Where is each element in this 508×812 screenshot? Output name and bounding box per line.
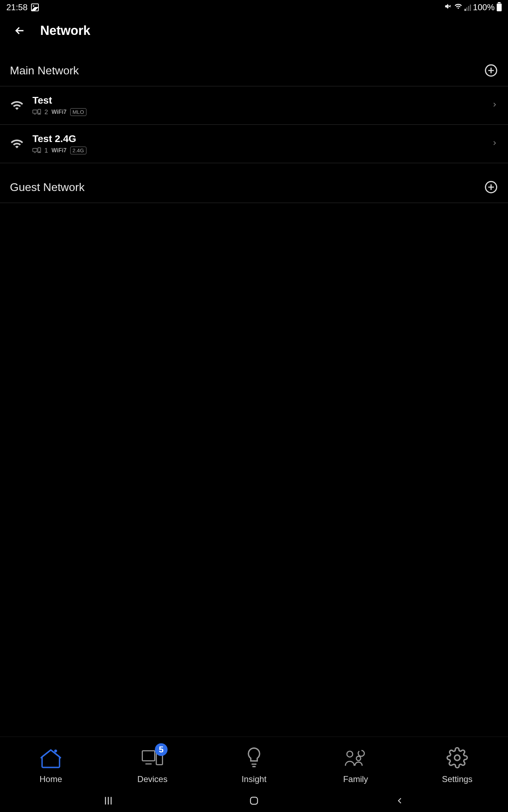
wifi-status-icon <box>454 2 462 12</box>
devices-badge: 5 <box>155 743 168 756</box>
nav-settings[interactable]: Settings <box>427 746 487 784</box>
svg-point-12 <box>356 756 361 760</box>
recents-button[interactable] <box>87 795 129 806</box>
page-title: Network <box>40 23 90 38</box>
svg-point-8 <box>55 750 56 751</box>
wifi-icon <box>10 137 24 150</box>
mute-icon <box>444 2 452 12</box>
system-nav-bar <box>0 789 508 812</box>
home-button[interactable] <box>233 795 275 806</box>
status-time: 21:58 <box>6 2 28 12</box>
band-badge: MLO <box>70 108 87 116</box>
guest-network-title: Guest Network <box>10 181 85 194</box>
device-count-icon <box>32 147 41 154</box>
device-count: 1 <box>44 147 48 154</box>
svg-point-3 <box>39 113 40 114</box>
guest-network-section-header: Guest Network <box>0 163 508 203</box>
nav-home[interactable]: Home <box>21 746 81 784</box>
wifi-icon <box>10 99 24 112</box>
network-info: Test 2.4G 1 WiFi7 2.4G <box>32 133 483 154</box>
svg-rect-14 <box>250 797 258 804</box>
app-header: Network <box>0 15 508 47</box>
network-name: Test 2.4G <box>32 133 483 144</box>
network-info: Test 2 WiFi7 MLO <box>32 95 483 116</box>
back-system-button[interactable] <box>379 796 421 806</box>
network-item-test-24g[interactable]: Test 2.4G 1 WiFi7 2.4G <box>0 125 508 163</box>
nav-family[interactable]: Family <box>326 746 386 784</box>
svg-rect-9 <box>142 751 155 761</box>
bottom-nav: Home 5 Devices Insight Family Settings <box>0 737 508 789</box>
device-count: 2 <box>44 109 48 116</box>
nav-devices-label: Devices <box>137 774 167 784</box>
wifi-version: WiFi7 <box>52 147 67 154</box>
lightbulb-icon <box>242 746 266 769</box>
main-network-section-header: Main Network <box>0 47 508 86</box>
svg-point-13 <box>454 755 460 761</box>
chevron-right-icon <box>491 101 498 110</box>
nav-devices[interactable]: 5 Devices <box>122 746 182 784</box>
battery-icon <box>497 4 502 11</box>
svg-point-11 <box>347 751 353 757</box>
network-meta: 1 WiFi7 2.4G <box>32 147 483 154</box>
status-left: 21:58 <box>6 2 39 12</box>
band-badge: 2.4G <box>70 147 87 154</box>
back-button[interactable] <box>13 24 27 38</box>
add-guest-network-button[interactable] <box>484 180 498 194</box>
family-icon <box>344 746 367 769</box>
nav-insight-label: Insight <box>242 774 267 784</box>
gear-icon <box>446 746 469 769</box>
battery-percent: 100% <box>473 2 495 12</box>
nav-settings-label: Settings <box>442 774 473 784</box>
svg-rect-4 <box>33 148 37 152</box>
status-right: 100% <box>444 2 502 12</box>
network-name: Test <box>32 95 483 106</box>
svg-point-6 <box>39 152 40 152</box>
image-notification-icon <box>31 4 39 11</box>
cellular-signal-icon <box>465 4 471 11</box>
nav-insight[interactable]: Insight <box>224 746 284 784</box>
wifi-version: WiFi7 <box>52 109 67 115</box>
devices-icon: 5 <box>141 746 164 769</box>
home-icon <box>39 746 62 769</box>
status-bar: 21:58 100% <box>0 0 508 15</box>
main-network-title: Main Network <box>10 64 79 77</box>
network-meta: 2 WiFi7 MLO <box>32 108 483 116</box>
network-item-test[interactable]: Test 2 WiFi7 MLO <box>0 86 508 125</box>
svg-rect-1 <box>33 110 37 113</box>
chevron-right-icon <box>491 140 498 148</box>
add-main-network-button[interactable] <box>484 63 498 78</box>
nav-family-label: Family <box>343 774 368 784</box>
device-count-icon <box>32 109 41 116</box>
nav-home-label: Home <box>40 774 62 784</box>
